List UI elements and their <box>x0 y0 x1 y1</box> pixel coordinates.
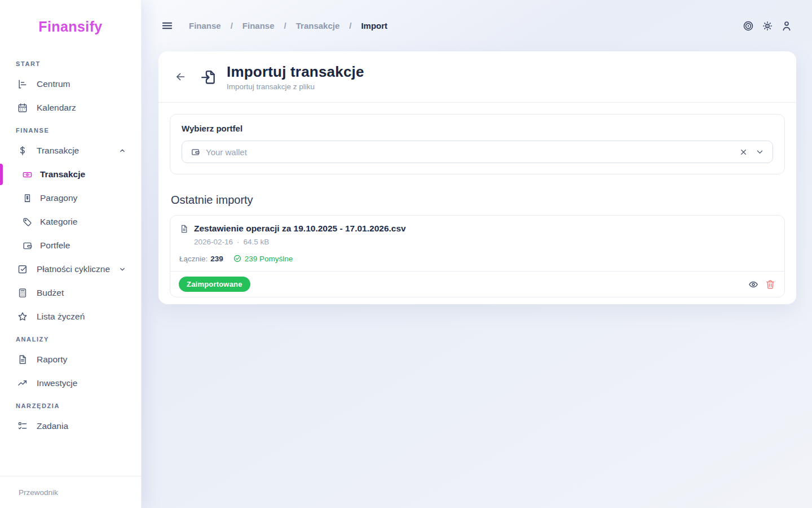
section-label-narzedzia: NARZĘDZIA <box>0 395 141 414</box>
sidebar-item-label: Budżet <box>37 288 64 298</box>
import-file-icon <box>199 68 218 86</box>
wallet-select-placeholder: Your wallet <box>206 147 247 157</box>
import-meta: 2026-02-16 · 64.5 kB <box>194 238 775 246</box>
sidebar-item-label: Raporty <box>37 354 67 365</box>
account-button[interactable] <box>780 20 793 32</box>
sidebar-item-raporty[interactable]: Raporty <box>0 348 141 371</box>
banknote-icon <box>22 169 33 180</box>
wallet-select[interactable]: Your wallet <box>182 141 773 163</box>
sidebar-item-label: Kalendarz <box>37 103 76 113</box>
sidebar: Finansify START Centrum Kalendarz FINANS… <box>0 0 142 508</box>
sidebar-item-kalendarz[interactable]: Kalendarz <box>0 96 141 120</box>
calendar-icon <box>17 102 28 113</box>
total-value: 239 <box>210 255 223 263</box>
sidebar-footer: Przewodnik <box>0 476 141 508</box>
star-icon <box>17 311 28 322</box>
sidebar-item-centrum[interactable]: Centrum <box>0 72 141 96</box>
breadcrumb: Finanse / Finanse / Transakcje / Import <box>189 21 387 30</box>
guide-link[interactable]: Przewodnik <box>19 488 58 497</box>
sidebar-item-label: Kategorie <box>40 217 77 227</box>
import-item-actions <box>748 279 776 290</box>
import-page-card: Importuj transakcje Importuj transakcje … <box>158 51 796 304</box>
sidebar-item-inwestycje[interactable]: Inwestycje <box>0 371 141 395</box>
file-icon <box>179 224 189 234</box>
page-subtitle: Importuj transakcje z pliku <box>227 82 364 91</box>
sidebar-item-label: Portfele <box>40 240 70 251</box>
meta-separator: · <box>237 238 240 246</box>
page-title: Importuj transakcje <box>227 63 364 81</box>
sidebar-item-label: Zadania <box>37 421 68 431</box>
sidebar-item-platnosci-cykliczne[interactable]: Płatności cykliczne <box>0 257 141 281</box>
checkbox-icon <box>17 264 28 275</box>
arrow-left-icon <box>174 71 187 83</box>
import-date: 2026-02-16 <box>194 238 233 246</box>
wallet-select-actions <box>739 148 764 156</box>
sidebar-item-label: Lista życzeń <box>37 312 85 322</box>
sidebar-item-paragony[interactable]: Paragony <box>0 186 141 210</box>
breadcrumb-separator: / <box>231 21 233 30</box>
view-import-button[interactable] <box>748 279 759 290</box>
page-header: Importuj transakcje Importuj transakcje … <box>158 51 796 103</box>
delete-import-button[interactable] <box>765 279 776 290</box>
sidebar-item-label: Transakcje <box>40 169 85 179</box>
chart-bars-icon <box>17 78 28 90</box>
main-area: Finanse / Finanse / Transakcje / Import <box>142 0 812 508</box>
check-circle-icon <box>233 254 242 263</box>
sidebar-item-label: Paragony <box>40 193 77 203</box>
import-totals: Łącznie: 239 239 Pomyślne <box>179 254 775 263</box>
wallet-icon <box>22 240 33 251</box>
breadcrumb-item[interactable]: Transakcje <box>296 21 340 30</box>
sidebar-item-label: Płatności cykliczne <box>37 264 110 274</box>
import-item-details: Zestawienie operacji za 19.10.2025 - 17.… <box>170 216 784 271</box>
clear-icon[interactable] <box>739 148 748 156</box>
sidebar-item-label: Inwestycje <box>37 378 77 388</box>
breadcrumb-separator: / <box>349 21 351 30</box>
target-icon <box>742 20 754 32</box>
total-label: Łącznie: <box>179 255 208 263</box>
receipt-icon <box>22 193 33 204</box>
sidebar-item-portfele[interactable]: Portfele <box>0 234 141 257</box>
import-filesize: 64.5 kB <box>244 238 270 246</box>
chevron-down-icon[interactable] <box>756 148 764 156</box>
page-title-block: Importuj transakcje Importuj transakcje … <box>227 63 364 91</box>
tag-icon <box>22 217 33 227</box>
calculator-icon <box>17 287 28 299</box>
breadcrumb-item[interactable]: Finanse <box>189 21 221 30</box>
breadcrumb-item-current: Import <box>361 21 387 30</box>
app-logo[interactable]: Finansify <box>0 0 141 37</box>
breadcrumb-separator: / <box>284 21 286 30</box>
sidebar-item-transakcje-group[interactable]: Transakcje <box>0 139 141 163</box>
chevron-down-icon <box>118 265 126 273</box>
success-label: 239 Pomyślne <box>245 255 293 263</box>
topbar-actions <box>742 20 793 32</box>
user-icon <box>780 20 793 32</box>
success-count: 239 Pomyślne <box>233 254 293 263</box>
document-icon <box>17 354 28 365</box>
breadcrumb-item[interactable]: Finanse <box>242 21 275 30</box>
chevron-up-icon <box>118 147 126 155</box>
trend-up-icon <box>17 378 28 389</box>
sidebar-item-label: Transakcje <box>37 146 79 156</box>
menu-icon[interactable] <box>161 19 174 32</box>
theme-toggle-button[interactable] <box>761 20 774 32</box>
status-badge: Zaimportowane <box>179 277 250 292</box>
sidebar-item-zadania[interactable]: Zadania <box>0 414 141 438</box>
section-label-analizy: ANALIZY <box>0 329 141 348</box>
focus-mode-button[interactable] <box>742 20 754 32</box>
sidebar-item-lista-zyczen[interactable]: Lista życzeń <box>0 305 141 329</box>
sidebar-item-label: Centrum <box>37 79 70 89</box>
page-body: Wybierz portfel Your wallet Ostatnie imp… <box>158 103 796 309</box>
section-label-start: START <box>0 53 141 72</box>
trash-icon <box>765 279 776 290</box>
file-row: Zestawienie operacji za 19.10.2025 - 17.… <box>179 224 775 234</box>
import-item-footer: Zaimportowane <box>170 271 784 297</box>
import-filename: Zestawienie operacji za 19.10.2025 - 17.… <box>194 224 406 234</box>
sidebar-item-budzet[interactable]: Budżet <box>0 281 141 305</box>
dollar-icon <box>17 145 28 156</box>
sidebar-item-kategorie[interactable]: Kategorie <box>0 210 141 234</box>
eye-icon <box>748 279 759 290</box>
sidebar-item-transakcje[interactable]: Transakcje <box>0 163 141 186</box>
import-list-item: Zestawienie operacji za 19.10.2025 - 17.… <box>170 215 785 297</box>
recent-imports-heading: Ostatnie importy <box>171 194 785 207</box>
back-button[interactable] <box>174 71 187 83</box>
